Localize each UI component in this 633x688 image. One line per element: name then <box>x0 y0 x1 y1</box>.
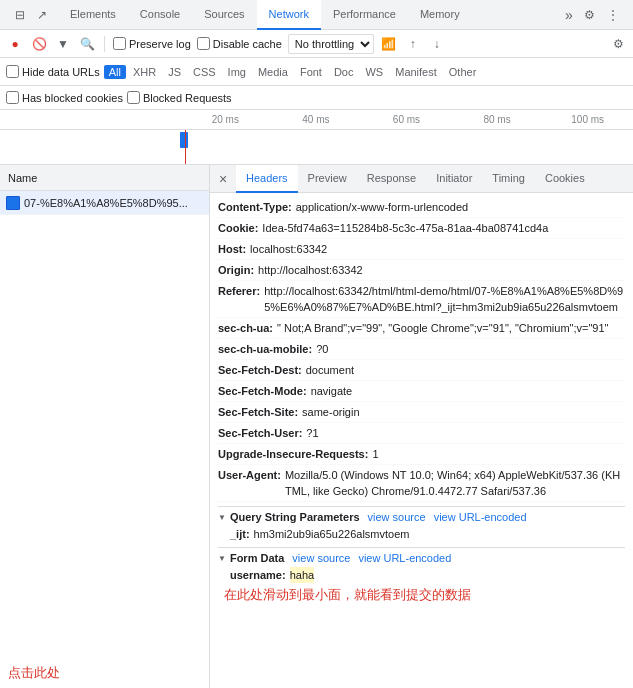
form-view-url-encoded-link[interactable]: view URL-encoded <box>358 552 451 564</box>
has-blocked-cookies-checkbox[interactable]: Has blocked cookies <box>6 91 123 104</box>
header-value: same-origin <box>302 404 359 420</box>
header-row: Sec-Fetch-User:?1 <box>218 423 625 444</box>
header-row: Sec-Fetch-Mode:navigate <box>218 381 625 402</box>
toolbar-settings-button[interactable]: ⚙ <box>609 35 627 53</box>
has-blocked-cookies-input[interactable] <box>6 91 19 104</box>
top-tab-performance[interactable]: Performance <box>321 0 408 30</box>
column-resize-handle[interactable] <box>205 165 209 190</box>
blocked-requests-label: Blocked Requests <box>143 92 232 104</box>
filter-type-doc[interactable]: Doc <box>329 65 359 79</box>
search-button[interactable]: 🔍 <box>78 35 96 53</box>
header-row: Host:localhost:63342 <box>218 239 625 260</box>
header-value: ?1 <box>306 425 318 441</box>
filter-type-css[interactable]: CSS <box>188 65 221 79</box>
detail-tab-timing[interactable]: Timing <box>482 165 535 193</box>
filter-type-js[interactable]: JS <box>163 65 186 79</box>
request-item[interactable]: 07-%E8%A1%A8%E5%8D%95... <box>0 191 209 215</box>
preserve-log-label: Preserve log <box>129 38 191 50</box>
ruler-mark: 100 ms <box>542 114 633 125</box>
settings-button[interactable]: ⚙ <box>579 5 599 25</box>
detail-tab-response[interactable]: Response <box>357 165 427 193</box>
more-options-button[interactable]: ⋮ <box>603 5 623 25</box>
request-favicon <box>6 196 20 210</box>
view-source-link[interactable]: view source <box>368 511 426 523</box>
form-param-value: haha <box>290 567 314 583</box>
filter-type-manifest[interactable]: Manifest <box>390 65 442 79</box>
filter-type-ws[interactable]: WS <box>360 65 388 79</box>
annotation-click: 点击此处 <box>0 658 209 688</box>
top-tab-elements[interactable]: Elements <box>58 0 128 30</box>
header-row: sec-ch-ua:" Not;A Brand";v="99", "Google… <box>218 318 625 339</box>
filter-type-img[interactable]: Img <box>223 65 251 79</box>
request-list: 07-%E8%A1%A8%E5%8D%95... <box>0 191 209 658</box>
top-tab-sources[interactable]: Sources <box>192 0 256 30</box>
hide-data-urls-checkbox[interactable]: Hide data URLs <box>6 65 100 78</box>
header-key: Host: <box>218 241 246 257</box>
undock-button[interactable]: ↗ <box>32 5 52 25</box>
wifi-icon[interactable]: 📶 <box>380 35 398 53</box>
clear-button[interactable]: 🚫 <box>30 35 48 53</box>
header-key: Upgrade-Insecure-Requests: <box>218 446 368 462</box>
header-value: http://localhost:63342/html/html-demo/ht… <box>264 283 625 315</box>
filter-bar-row2: Has blocked cookies Blocked Requests <box>0 86 633 110</box>
detail-tabs: × HeadersPreviewResponseInitiatorTimingC… <box>210 165 633 193</box>
filter-type-xhr[interactable]: XHR <box>128 65 161 79</box>
import-button[interactable]: ↑ <box>404 35 422 53</box>
form-view-source-link[interactable]: view source <box>292 552 350 564</box>
blocked-requests-input[interactable] <box>127 91 140 104</box>
more-tabs-button[interactable]: » <box>559 5 579 25</box>
throttle-select[interactable]: No throttlingFast 3GSlow 3GOffline <box>288 34 374 54</box>
header-key: User-Agent: <box>218 467 281 499</box>
header-value: localhost:63342 <box>250 241 327 257</box>
detail-tab-preview[interactable]: Preview <box>298 165 357 193</box>
filter-type-bar: Hide data URLs AllXHRJSCSSImgMediaFontDo… <box>0 58 633 86</box>
detail-tab-headers[interactable]: Headers <box>236 165 298 193</box>
headers-content[interactable]: Content-Type:application/x-www-form-urle… <box>210 193 633 688</box>
header-row: Sec-Fetch-Dest:document <box>218 360 625 381</box>
header-row: Referer:http://localhost:63342/html/html… <box>218 281 625 318</box>
timeline-area: 20 ms40 ms60 ms80 ms100 ms <box>0 110 633 165</box>
preserve-log-checkbox[interactable]: Preserve log <box>113 37 191 50</box>
query-string-title: Query String Parameters <box>218 511 360 523</box>
header-value: Mozilla/5.0 (Windows NT 10.0; Win64; x64… <box>285 467 625 499</box>
disable-cache-checkbox[interactable]: Disable cache <box>197 37 282 50</box>
ruler-mark: 60 ms <box>361 114 452 125</box>
hide-data-urls-input[interactable] <box>6 65 19 78</box>
detail-close-button[interactable]: × <box>214 170 232 188</box>
ruler-mark: 20 ms <box>180 114 271 125</box>
disable-cache-input[interactable] <box>197 37 210 50</box>
header-value: document <box>306 362 354 378</box>
ruler-mark: 80 ms <box>452 114 543 125</box>
header-row: Upgrade-Insecure-Requests:1 <box>218 444 625 465</box>
form-param-key: username: <box>230 567 286 583</box>
name-column-header: Name <box>0 165 209 191</box>
export-button[interactable]: ↓ <box>428 35 446 53</box>
top-tab-network[interactable]: Network <box>257 0 321 30</box>
header-value: 1 <box>372 446 378 462</box>
header-row: Origin:http://localhost:63342 <box>218 260 625 281</box>
filter-type-all[interactable]: All <box>104 65 126 79</box>
ruler-mark: 40 ms <box>271 114 362 125</box>
header-value: ?0 <box>316 341 328 357</box>
header-value: navigate <box>311 383 353 399</box>
header-key: Sec-Fetch-Site: <box>218 404 298 420</box>
filter-type-font[interactable]: Font <box>295 65 327 79</box>
header-value: Idea-5fd74a63=115284b8-5c3c-475a-81aa-4b… <box>262 220 548 236</box>
filter-type-media[interactable]: Media <box>253 65 293 79</box>
header-row: Content-Type:application/x-www-form-urle… <box>218 197 625 218</box>
filter-type-other[interactable]: Other <box>444 65 482 79</box>
view-url-encoded-link[interactable]: view URL-encoded <box>434 511 527 523</box>
record-button[interactable]: ● <box>6 35 24 53</box>
header-value: http://localhost:63342 <box>258 262 363 278</box>
filter-toggle-button[interactable]: ▼ <box>54 35 72 53</box>
top-tab-console[interactable]: Console <box>128 0 192 30</box>
top-tab-memory[interactable]: Memory <box>408 0 472 30</box>
top-tab-bar: ⊟ ↗ ElementsConsoleSourcesNetworkPerform… <box>0 0 633 30</box>
preserve-log-input[interactable] <box>113 37 126 50</box>
detail-tab-cookies[interactable]: Cookies <box>535 165 595 193</box>
param-key: _ijt: <box>230 526 250 542</box>
blocked-requests-checkbox[interactable]: Blocked Requests <box>127 91 232 104</box>
dock-button[interactable]: ⊟ <box>10 5 30 25</box>
disable-cache-label: Disable cache <box>213 38 282 50</box>
detail-tab-initiator[interactable]: Initiator <box>426 165 482 193</box>
